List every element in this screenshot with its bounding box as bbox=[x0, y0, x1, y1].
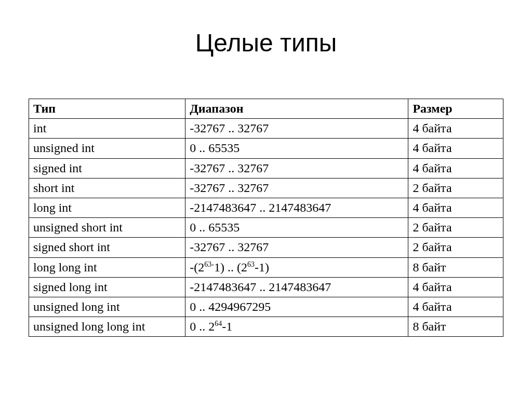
cell-range: 0 .. 264-1 bbox=[185, 317, 408, 337]
cell-type: long int bbox=[29, 198, 185, 217]
cell-size: 8 байт bbox=[408, 317, 503, 337]
cell-range: -2147483647 .. 2147483647 bbox=[185, 198, 408, 217]
cell-size: 2 байта bbox=[408, 238, 503, 257]
table-row: short int -32767 .. 32767 2 байта bbox=[29, 178, 503, 198]
cell-type: unsigned long long int bbox=[29, 317, 185, 337]
cell-type: unsigned int bbox=[29, 139, 185, 158]
table-row: int -32767 .. 32767 4 байта bbox=[29, 119, 503, 139]
cell-type: signed int bbox=[29, 158, 185, 178]
page-title: Целые типы bbox=[29, 29, 503, 57]
cell-size: 8 байт bbox=[408, 257, 503, 277]
table-row: unsigned short int 0 .. 65535 2 байта bbox=[29, 218, 503, 238]
cell-type: unsigned long int bbox=[29, 297, 185, 317]
header-range: Диапазон bbox=[185, 99, 408, 119]
table-row: long int -2147483647 .. 2147483647 4 бай… bbox=[29, 198, 503, 217]
table-row: signed long int -2147483647 .. 214748364… bbox=[29, 277, 503, 297]
header-type: Тип bbox=[29, 99, 185, 119]
cell-size: 2 байта bbox=[408, 218, 503, 238]
cell-type: signed long int bbox=[29, 277, 185, 297]
cell-type: signed short int bbox=[29, 238, 185, 257]
cell-range: -32767 .. 32767 bbox=[185, 178, 408, 198]
cell-size: 4 байта bbox=[408, 119, 503, 139]
cell-range: 0 .. 65535 bbox=[185, 218, 408, 238]
table-row: unsigned long int 0 .. 4294967295 4 байт… bbox=[29, 297, 503, 317]
cell-type: short int bbox=[29, 178, 185, 198]
cell-type: int bbox=[29, 119, 185, 139]
cell-range: -(263-1) .. (263-1) bbox=[185, 257, 408, 277]
cell-range: -32767 .. 32767 bbox=[185, 238, 408, 257]
table-row: signed short int -32767 .. 32767 2 байта bbox=[29, 238, 503, 257]
table-row: unsigned long long int 0 .. 264-1 8 байт bbox=[29, 317, 503, 337]
cell-size: 4 байта bbox=[408, 158, 503, 178]
integer-types-table: Тип Диапазон Размер int -32767 .. 32767 … bbox=[29, 99, 503, 337]
header-size: Размер bbox=[408, 99, 503, 119]
table-header-row: Тип Диапазон Размер bbox=[29, 99, 503, 119]
cell-range: -2147483647 .. 2147483647 bbox=[185, 277, 408, 297]
table-row: unsigned int 0 .. 65535 4 байта bbox=[29, 139, 503, 158]
table-row: signed int -32767 .. 32767 4 байта bbox=[29, 158, 503, 178]
cell-size: 4 байта bbox=[408, 139, 503, 158]
cell-range: -32767 .. 32767 bbox=[185, 119, 408, 139]
table-body: int -32767 .. 32767 4 байта unsigned int… bbox=[29, 119, 503, 337]
cell-size: 4 байта bbox=[408, 198, 503, 217]
cell-range: -32767 .. 32767 bbox=[185, 158, 408, 178]
cell-size: 4 байта bbox=[408, 297, 503, 317]
cell-type: long long int bbox=[29, 257, 185, 277]
cell-size: 2 байта bbox=[408, 178, 503, 198]
cell-size: 4 байта bbox=[408, 277, 503, 297]
table-row: long long int -(263-1) .. (263-1) 8 байт bbox=[29, 257, 503, 277]
cell-range: 0 .. 65535 bbox=[185, 139, 408, 158]
cell-range: 0 .. 4294967295 bbox=[185, 297, 408, 317]
cell-type: unsigned short int bbox=[29, 218, 185, 238]
